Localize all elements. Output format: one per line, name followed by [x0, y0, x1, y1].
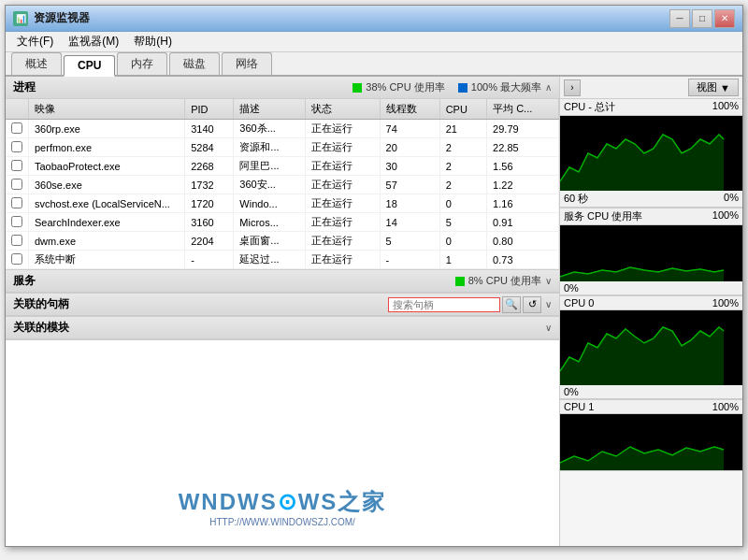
watermark-main: WNDWS⊙WS之家: [179, 487, 387, 517]
service-cpu-title: 服务 CPU 使用率: [564, 209, 642, 223]
row-image: SearchIndexer.exe: [29, 213, 185, 232]
green-dot-icon: [352, 83, 362, 93]
row-image: 360rp.exe: [29, 120, 185, 138]
app-icon: 📊: [13, 11, 28, 26]
view-dropdown-icon: ▼: [720, 82, 730, 93]
modules-chevron-icon: ∨: [545, 323, 552, 333]
services-header[interactable]: 服务 8% CPU 使用率 ∨: [6, 270, 559, 293]
col-cpu[interactable]: CPU: [439, 99, 486, 120]
cpu1-graph-section: CPU 1 100%: [560, 400, 742, 471]
row-checkbox[interactable]: [6, 176, 29, 194]
modules-title: 关联的模块: [13, 320, 541, 336]
processes-cpu-usage: 38% CPU 使用率: [366, 80, 444, 94]
row-pid: 5284: [185, 138, 234, 157]
svg-marker-3: [560, 447, 724, 470]
handles-header[interactable]: 关联的句柄 🔍 ↺ ∨: [6, 294, 559, 316]
row-avg: 1.56: [487, 157, 559, 176]
search-button[interactable]: 🔍: [502, 296, 521, 313]
row-desc: Windo...: [234, 194, 306, 213]
row-status: 正在运行: [306, 157, 380, 176]
row-threads: 20: [380, 138, 439, 157]
main-content: 进程 38% CPU 使用率 100% 最大频率 ∧: [6, 77, 742, 546]
table-row[interactable]: svchost.exe (LocalServiceN... 1720 Windo…: [6, 194, 559, 213]
row-checkbox[interactable]: [6, 213, 29, 232]
processes-section: 进程 38% CPU 使用率 100% 最大频率 ∧: [6, 77, 559, 270]
row-checkbox[interactable]: [6, 251, 29, 269]
table-row[interactable]: dwm.exe 2204 桌面窗... 正在运行 5 0 0.80: [6, 232, 559, 251]
services-title: 服务: [13, 273, 455, 289]
row-pid: 2204: [185, 232, 234, 251]
modules-header[interactable]: 关联的模块 ∨: [6, 317, 559, 339]
main-window: 📊 资源监视器 ─ □ ✕ 文件(F) 监视器(M) 帮助(H) 概述 CPU …: [5, 5, 743, 547]
col-image[interactable]: 映像: [29, 99, 185, 120]
col-pid[interactable]: PID: [185, 99, 234, 120]
table-row[interactable]: 系统中断 - 延迟过... 正在运行 - 1 0.73: [6, 251, 559, 269]
processes-header[interactable]: 进程 38% CPU 使用率 100% 最大频率 ∧: [6, 77, 559, 99]
row-avg: 22.85: [487, 138, 559, 157]
tab-network[interactable]: 网络: [222, 52, 272, 75]
row-checkbox[interactable]: [6, 120, 29, 138]
cpu-total-graph: [560, 116, 742, 191]
table-row[interactable]: perfmon.exe 5284 资源和... 正在运行 20 2 22.85: [6, 138, 559, 157]
maximize-button[interactable]: □: [692, 9, 712, 28]
table-row[interactable]: TaobaoProtect.exe 2268 阿里巴... 正在运行 30 2 …: [6, 157, 559, 176]
row-status: 正在运行: [306, 138, 380, 157]
col-status[interactable]: 状态: [306, 99, 380, 120]
row-checkbox[interactable]: [6, 194, 29, 213]
table-row[interactable]: SearchIndexer.exe 3160 Micros... 正在运行 14…: [6, 213, 559, 232]
row-pid: 2268: [185, 157, 234, 176]
tab-overview[interactable]: 概述: [11, 52, 62, 75]
row-status: 正在运行: [306, 194, 380, 213]
search-input[interactable]: [388, 297, 500, 312]
cpu1-graph: [560, 414, 742, 470]
blue-dot-icon: [458, 83, 468, 93]
cpu-total-chart: [560, 116, 742, 191]
tab-cpu[interactable]: CPU: [64, 55, 115, 77]
row-desc: 360安...: [234, 176, 306, 194]
col-desc[interactable]: 描述: [234, 99, 306, 120]
cpu0-graph-section: CPU 0 100% 0%: [560, 296, 742, 400]
menu-monitor[interactable]: 监视器(M): [61, 32, 126, 51]
row-image: svchost.exe (LocalServiceN...: [29, 194, 185, 213]
row-avg: 29.79: [487, 120, 559, 138]
services-cpu-info: 8% CPU 使用率: [455, 274, 541, 288]
tab-memory[interactable]: 内存: [117, 52, 167, 75]
handles-chevron-icon: ∨: [545, 299, 552, 309]
table-header-row: 映像 PID 描述 状态 线程数 CPU 平均 C...: [6, 99, 559, 120]
expand-button[interactable]: ›: [564, 79, 581, 96]
refresh-button[interactable]: ↺: [523, 296, 541, 313]
menu-help[interactable]: 帮助(H): [126, 32, 180, 51]
process-table[interactable]: 映像 PID 描述 状态 线程数 CPU 平均 C...: [6, 99, 559, 269]
table-row[interactable]: 360rp.exe 3140 360杀... 正在运行 74 21 29.79: [6, 120, 559, 138]
services-cpu-usage: 8% CPU 使用率: [468, 274, 541, 288]
row-pid: 3160: [185, 213, 234, 232]
minimize-button[interactable]: ─: [669, 9, 690, 28]
handles-search: 🔍 ↺: [388, 296, 541, 313]
tab-disk[interactable]: 磁盘: [169, 52, 220, 75]
col-threads[interactable]: 线程数: [380, 99, 439, 120]
col-avg[interactable]: 平均 C...: [487, 99, 559, 120]
service-cpu-graph: [560, 225, 742, 281]
close-button[interactable]: ✕: [714, 9, 735, 28]
handles-section: 关联的句柄 🔍 ↺ ∨: [6, 294, 559, 317]
cpu1-title: CPU 1: [564, 401, 594, 412]
watermark: WNDWS⊙WS之家 HTTP://WWW.WINDOWSZJ.COM/: [179, 487, 387, 527]
row-threads: 57: [380, 176, 439, 194]
row-image: 系统中断: [29, 251, 185, 269]
right-header: › 视图 ▼: [560, 77, 742, 99]
row-cpu: 2: [439, 157, 486, 176]
row-threads: 30: [380, 157, 439, 176]
row-checkbox[interactable]: [6, 232, 29, 251]
cpu0-title: CPU 0: [564, 297, 594, 309]
processes-chevron-icon: ∧: [545, 82, 552, 93]
processes-table: 映像 PID 描述 状态 线程数 CPU 平均 C...: [6, 99, 559, 269]
left-panel: 进程 38% CPU 使用率 100% 最大频率 ∧: [6, 77, 560, 546]
table-row[interactable]: 360se.exe 1732 360安... 正在运行 57 2 1.22: [6, 176, 559, 194]
row-checkbox[interactable]: [6, 138, 29, 157]
view-button[interactable]: 视图 ▼: [688, 79, 739, 96]
right-panel: › 视图 ▼ CPU - 总计 100%: [560, 77, 742, 546]
menu-file[interactable]: 文件(F): [9, 32, 61, 51]
cpu-total-graph-section: CPU - 总计 100% 60 秒 0%: [560, 99, 742, 208]
row-checkbox[interactable]: [6, 157, 29, 176]
row-threads: 14: [380, 213, 439, 232]
